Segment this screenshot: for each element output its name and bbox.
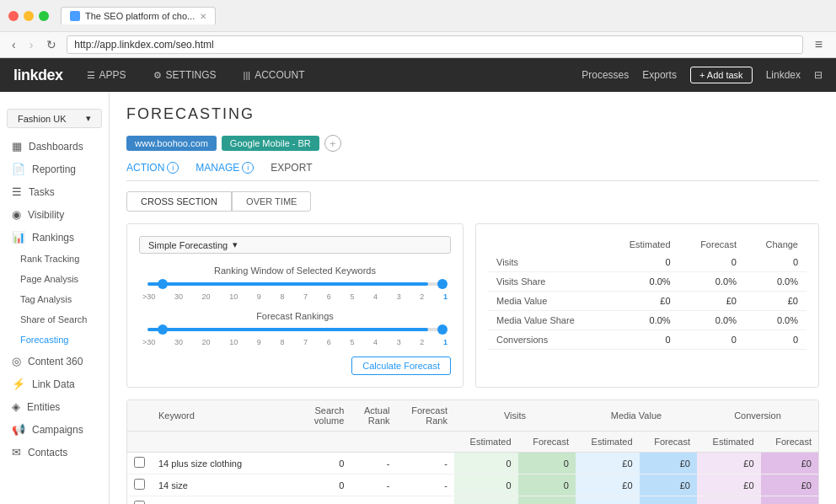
stats-estimated: 0: [607, 253, 679, 272]
exports-link[interactable]: Exports: [642, 69, 677, 81]
sidebar-item-rankings[interactable]: 📊 Rankings: [0, 226, 109, 249]
sidebar-item-content360[interactable]: ◎ Content 360: [0, 350, 109, 373]
row-visits-estimated: 0: [454, 453, 518, 475]
address-bar[interactable]: [67, 35, 802, 54]
logout-icon[interactable]: ⊟: [814, 69, 823, 81]
sidebar-filter-label: Fashion UK: [18, 114, 66, 124]
nav-account[interactable]: ||| ACCOUNT: [240, 69, 308, 81]
sidebar-item-link-data-label: Link Data: [32, 378, 75, 390]
refresh-button[interactable]: ↻: [43, 36, 60, 53]
sidebar-item-content360-label: Content 360: [28, 356, 83, 367]
app-logo: linkdex: [13, 67, 63, 84]
slider-fill-1: [147, 282, 428, 286]
row-conv-estimated: £0: [697, 475, 761, 496]
add-task-button[interactable]: + Add task: [690, 67, 753, 83]
browser-tab[interactable]: The SEO platform of cho... ✕: [61, 7, 216, 24]
slider-labels-1: >30 30 20 10 9 8 7 6 5 4 3 2 1: [139, 292, 451, 301]
sidebar-item-campaigns[interactable]: 📢 Campaigns: [0, 418, 109, 441]
row-checkbox-cell: [127, 475, 152, 496]
th-media-estimated: Estimated: [576, 432, 640, 453]
sidebar-item-rank-tracking[interactable]: Rank Tracking: [0, 249, 109, 269]
over-time-button[interactable]: OVER TIME: [232, 191, 311, 212]
tasks-icon: ☰: [12, 185, 22, 198]
maximize-dot[interactable]: [39, 11, 49, 21]
forecast-rankings-track: [147, 328, 442, 331]
forward-button[interactable]: ›: [26, 36, 37, 53]
th-sub-check: [127, 432, 152, 453]
page-title: FORECASTING: [126, 105, 819, 123]
export-link[interactable]: EXPORT: [271, 162, 312, 174]
visibility-icon: ◉: [12, 208, 21, 221]
row-keyword: 14 plus size clothing: [152, 453, 300, 475]
sidebar-item-reporting-label: Reporting: [32, 164, 76, 175]
slider-thumb-right-2[interactable]: [437, 324, 447, 335]
stats-forecast: £0: [679, 292, 745, 311]
manage-link[interactable]: MANAGE i: [196, 162, 254, 174]
stats-estimated: £0: [607, 292, 679, 311]
sidebar-item-dashboards[interactable]: ▦ Dashboards: [0, 135, 109, 158]
row-checkbox[interactable]: [134, 501, 145, 504]
nav-apps[interactable]: ☰ APPS: [83, 69, 130, 81]
sidebar-item-link-data[interactable]: ⚡ Link Data: [0, 373, 109, 395]
data-table-wrap: Keyword Searchvolume ActualRank Forecast…: [126, 399, 819, 504]
row-actual-rank: -: [351, 475, 396, 496]
stats-table: Estimated Forecast Change Visits 0 0 0 V…: [488, 236, 807, 350]
sidebar-item-rankings-label: Rankings: [32, 232, 74, 244]
processes-link[interactable]: Processes: [581, 69, 629, 81]
row-actual-rank: -: [351, 496, 396, 505]
browser-menu-icon[interactable]: ≡: [810, 35, 828, 54]
stats-forecast: 0: [679, 253, 745, 272]
browser-titlebar: The SEO platform of cho... ✕: [0, 0, 836, 31]
sidebar-item-forecasting[interactable]: Forecasting: [0, 330, 109, 350]
forecast-rankings-section: Forecast Rankings >30 30 20 10 9 8 7: [139, 311, 451, 346]
row-forecast-rank: -: [397, 453, 454, 475]
th-sub-kw: [152, 432, 300, 453]
sidebar-item-reporting[interactable]: 📄 Reporting: [0, 158, 109, 180]
sidebar-filter[interactable]: Fashion UK ▾: [7, 109, 102, 128]
stats-label: Media Value Share: [488, 311, 607, 330]
action-link[interactable]: ACTION i: [126, 162, 179, 174]
rankings-icon: 📊: [12, 231, 25, 244]
calculate-forecast-button[interactable]: Calculate Forecast: [351, 357, 451, 375]
row-conv-estimated: £0: [697, 496, 761, 505]
sidebar-item-contacts[interactable]: ✉ Contacts: [0, 441, 109, 464]
stats-header-change: Change: [745, 236, 807, 253]
user-label: Linkdex: [766, 69, 801, 81]
action-bar: ACTION i MANAGE i EXPORT: [126, 162, 819, 181]
stats-forecast: 0: [679, 330, 745, 350]
stats-label: Visits Share: [488, 272, 607, 292]
slider-thumb-left-1[interactable]: [158, 279, 168, 289]
app-container: Fashion UK ▾ ▦ Dashboards 📄 Reporting ☰ …: [0, 92, 836, 504]
sidebar-item-page-analysis[interactable]: Page Analysis: [0, 269, 109, 289]
stats-estimated: 0.0%: [607, 311, 679, 330]
sidebar-item-visibility[interactable]: ◉ Visibility: [0, 203, 109, 226]
browser-toolbar: ‹ › ↻ ≡: [0, 31, 836, 57]
nav-settings[interactable]: ⚙ SETTINGS: [150, 69, 220, 81]
row-conv-forecast: £0: [761, 475, 818, 496]
row-conv-estimated: £0: [697, 453, 761, 475]
tag-add-button[interactable]: +: [324, 135, 341, 152]
back-button[interactable]: ‹: [8, 36, 19, 53]
row-checkbox[interactable]: [134, 479, 145, 490]
stats-row: Conversions 0 0 0: [488, 330, 807, 350]
sidebar-item-share-of-search[interactable]: Share of Search: [0, 309, 109, 330]
th-sub-ar: [351, 432, 396, 453]
sidebar-item-tasks[interactable]: ☰ Tasks: [0, 180, 109, 203]
cross-section-button[interactable]: CROSS SECTION: [126, 191, 232, 212]
link-data-icon: ⚡: [12, 378, 25, 390]
tag-boohoo[interactable]: www.boohoo.com: [126, 136, 217, 151]
slider-thumb-left-2[interactable]: [158, 324, 168, 335]
close-dot[interactable]: [8, 11, 19, 21]
tab-close-icon[interactable]: ✕: [200, 12, 206, 21]
slider-thumb-right-1[interactable]: [437, 279, 447, 289]
th-checkbox: [127, 400, 152, 432]
forecast-rankings-label: Forecast Rankings: [139, 311, 451, 321]
row-checkbox[interactable]: [134, 457, 145, 468]
tag-google-mobile[interactable]: Google Mobile - BR: [222, 136, 319, 151]
sidebar-item-entities[interactable]: ◈ Entities: [0, 395, 109, 418]
th-visits-estimated: Estimated: [454, 432, 518, 453]
sidebar-item-tag-analysis[interactable]: Tag Analysis: [0, 289, 109, 309]
sidebar-item-page-analysis-label: Page Analysis: [20, 274, 78, 284]
minimize-dot[interactable]: [24, 11, 34, 21]
simple-forecasting-dropdown[interactable]: Simple Forecasting ▾: [139, 236, 451, 254]
